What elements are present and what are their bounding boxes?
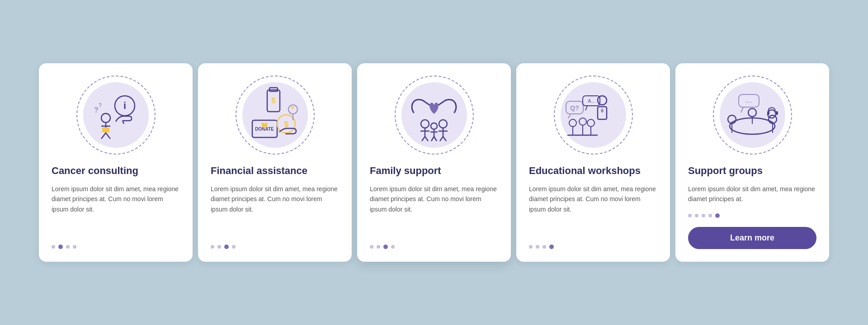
card-title-financial: Financial assistance [211,165,307,178]
card-title-support-groups: Support groups [688,165,763,178]
dot-3-active[interactable] [224,245,229,249]
card-title-educational: Educational workshops [529,165,641,178]
cards-container: i ? ? Cancer consulting Lorem ipsum dolo… [39,63,829,261]
icon-area-educational-workshops: Q? A... [529,74,657,155]
card-title-family: Family support [370,165,441,178]
dot-3[interactable] [702,214,705,217]
card-title-cancer-consulting: Cancer consulting [52,165,138,178]
card-cancer-consulting: i ? ? Cancer consulting Lorem ipsum dolo… [39,63,193,261]
card-body-family: Lorem ipsum dolor sit dim amet, mea regi… [370,184,498,236]
dot-3[interactable] [542,245,546,249]
learn-more-button[interactable]: Learn more [688,227,816,249]
dot-4-active[interactable] [549,245,554,249]
dots-support-groups [688,213,720,218]
dots-educational [529,245,554,249]
dot-4[interactable] [708,214,712,217]
card-family-support: Family support Lorem ipsum dolor sit dim… [357,63,511,261]
dot-2[interactable] [217,245,221,249]
dot-4[interactable] [391,245,395,249]
dot-2-active[interactable] [58,245,63,249]
dots-family [370,245,395,249]
icon-area-family-support [370,74,498,155]
icon-area-cancer-consulting: i ? ? [52,74,180,155]
card-educational-workshops: Q? A... Educational workshops Lorem ipsu… [516,63,670,261]
card-body-financial: Lorem ipsum dolor sit dim amet, mea regi… [211,184,339,236]
dot-2[interactable] [377,245,380,249]
icon-area-support-groups: ... [688,74,816,155]
card-body-support-groups: Lorem ipsum dolor sit dim amet, mea regi… [688,184,816,204]
dot-1[interactable] [529,245,533,249]
dot-3-active[interactable] [383,245,388,249]
dots-financial [211,245,236,249]
dot-2[interactable] [695,214,698,217]
dot-1[interactable] [211,245,214,249]
dot-3[interactable] [66,245,70,249]
dot-1[interactable] [370,245,373,249]
dot-1[interactable] [688,214,692,217]
icon-area-financial-assistance: $ DONATE $ [211,74,339,155]
dot-4[interactable] [232,245,236,249]
dot-2[interactable] [536,245,539,249]
dots-cancer-consulting [52,245,76,249]
card-body-educational: Lorem ipsum dolor sit dim amet, mea regi… [529,184,657,236]
card-financial-assistance: $ DONATE $ [198,63,352,261]
dot-4[interactable] [73,245,76,249]
card-body-cancer-consulting: Lorem ipsum dolor sit dim amet, mea regi… [52,184,180,236]
card-support-groups: ... Support groups Lorem ipsum dolor sit… [675,63,829,261]
dot-1[interactable] [52,245,55,249]
dot-5-active[interactable] [715,213,720,218]
